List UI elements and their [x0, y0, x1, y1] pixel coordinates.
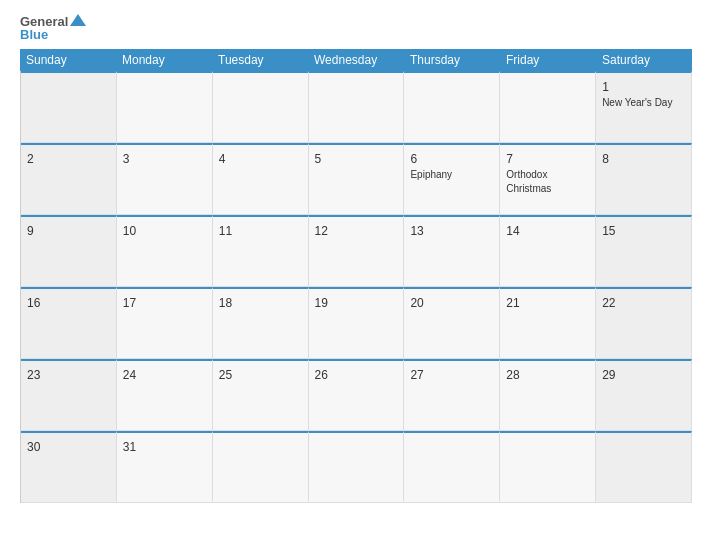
- day-number: 26: [315, 368, 328, 382]
- day-cell: [500, 71, 596, 143]
- day-number: 7: [506, 152, 513, 166]
- day-cell: 9: [21, 215, 117, 287]
- day-cell: 25: [213, 359, 309, 431]
- day-number: 5: [315, 152, 322, 166]
- day-number: 4: [219, 152, 226, 166]
- day-number: 14: [506, 224, 519, 238]
- day-number: 9: [27, 224, 34, 238]
- day-header-saturday: Saturday: [596, 49, 692, 71]
- day-cell: 27: [404, 359, 500, 431]
- day-cell: [404, 431, 500, 503]
- day-number: 19: [315, 296, 328, 310]
- day-number: 15: [602, 224, 615, 238]
- day-cell: 28: [500, 359, 596, 431]
- day-cell: 16: [21, 287, 117, 359]
- day-cell: 6Epiphany: [404, 143, 500, 215]
- day-cell: [309, 431, 405, 503]
- day-cell: 1New Year's Day: [596, 71, 692, 143]
- day-header-friday: Friday: [500, 49, 596, 71]
- day-cell: 19: [309, 287, 405, 359]
- day-number: 8: [602, 152, 609, 166]
- week-row-4: 16171819202122: [21, 287, 692, 359]
- calendar-grid: 1New Year's Day23456Epiphany7OrthodoxChr…: [20, 71, 692, 503]
- day-cell: 17: [117, 287, 213, 359]
- day-cell: 24: [117, 359, 213, 431]
- day-cell: [117, 71, 213, 143]
- calendar-container: General Blue SundayMondayTuesdayWednesda…: [0, 0, 712, 550]
- week-row-1: 1New Year's Day: [21, 71, 692, 143]
- day-cell: 7OrthodoxChristmas: [500, 143, 596, 215]
- day-cell: 29: [596, 359, 692, 431]
- day-number: 16: [27, 296, 40, 310]
- day-cell: 2: [21, 143, 117, 215]
- day-cell: 12: [309, 215, 405, 287]
- day-header-wednesday: Wednesday: [308, 49, 404, 71]
- day-number: 22: [602, 296, 615, 310]
- event-label: Epiphany: [410, 168, 493, 181]
- day-cell: [309, 71, 405, 143]
- week-row-3: 9101112131415: [21, 215, 692, 287]
- day-number: 23: [27, 368, 40, 382]
- day-number: 17: [123, 296, 136, 310]
- day-cell: 14: [500, 215, 596, 287]
- day-number: 3: [123, 152, 130, 166]
- day-number: 21: [506, 296, 519, 310]
- day-cell: [213, 431, 309, 503]
- day-header-tuesday: Tuesday: [212, 49, 308, 71]
- calendar-header: General Blue: [20, 15, 692, 41]
- day-number: 27: [410, 368, 423, 382]
- day-cell: 21: [500, 287, 596, 359]
- logo-triangle-icon: [70, 14, 86, 26]
- day-number: 1: [602, 80, 609, 94]
- day-number: 30: [27, 440, 40, 454]
- day-number: 11: [219, 224, 232, 238]
- day-number: 6: [410, 152, 417, 166]
- day-cell: [404, 71, 500, 143]
- day-number: 25: [219, 368, 232, 382]
- day-number: 2: [27, 152, 34, 166]
- week-row-2: 23456Epiphany7OrthodoxChristmas8: [21, 143, 692, 215]
- day-header-sunday: Sunday: [20, 49, 116, 71]
- day-cell: 31: [117, 431, 213, 503]
- week-row-5: 23242526272829: [21, 359, 692, 431]
- day-number: 20: [410, 296, 423, 310]
- day-cell: 20: [404, 287, 500, 359]
- event-label: Orthodox: [506, 168, 589, 181]
- day-number: 10: [123, 224, 136, 238]
- day-cell: 18: [213, 287, 309, 359]
- day-number: 28: [506, 368, 519, 382]
- logo: General Blue: [20, 15, 86, 41]
- day-cell: [21, 71, 117, 143]
- day-header-thursday: Thursday: [404, 49, 500, 71]
- day-number: 31: [123, 440, 136, 454]
- day-cell: [596, 431, 692, 503]
- day-cell: 10: [117, 215, 213, 287]
- day-headers-row: SundayMondayTuesdayWednesdayThursdayFrid…: [20, 49, 692, 71]
- day-cell: 3: [117, 143, 213, 215]
- event-label: New Year's Day: [602, 96, 685, 109]
- logo-blue-text: Blue: [20, 28, 48, 41]
- day-cell: 22: [596, 287, 692, 359]
- day-cell: 8: [596, 143, 692, 215]
- day-number: 24: [123, 368, 136, 382]
- day-number: 12: [315, 224, 328, 238]
- day-number: 13: [410, 224, 423, 238]
- day-cell: 13: [404, 215, 500, 287]
- day-number: 18: [219, 296, 232, 310]
- day-cell: [213, 71, 309, 143]
- day-cell: 4: [213, 143, 309, 215]
- day-header-monday: Monday: [116, 49, 212, 71]
- day-cell: 23: [21, 359, 117, 431]
- week-row-6: 3031: [21, 431, 692, 503]
- day-cell: [500, 431, 596, 503]
- day-cell: 5: [309, 143, 405, 215]
- day-cell: 30: [21, 431, 117, 503]
- day-cell: 15: [596, 215, 692, 287]
- event-label: Christmas: [506, 182, 589, 195]
- day-number: 29: [602, 368, 615, 382]
- day-cell: 11: [213, 215, 309, 287]
- day-cell: 26: [309, 359, 405, 431]
